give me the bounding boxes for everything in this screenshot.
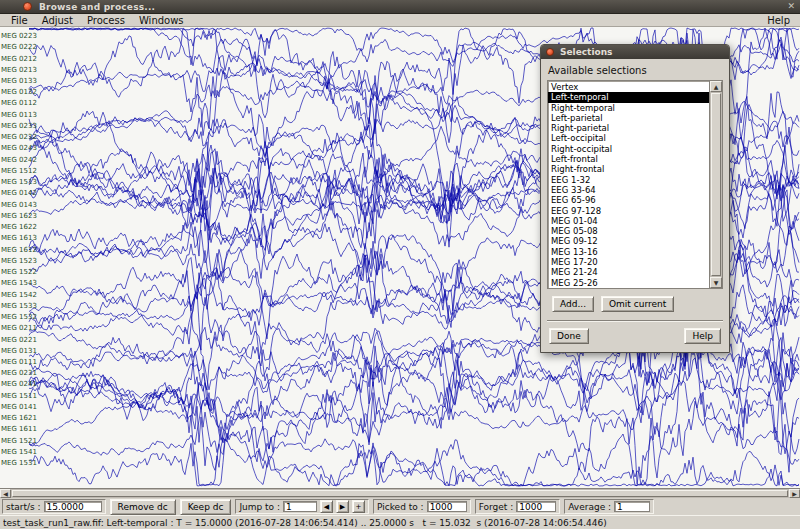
- channel-label: MEG 0142: [1, 189, 37, 197]
- scroll-left-icon[interactable]: ◀: [0, 489, 11, 498]
- start-input[interactable]: [44, 501, 102, 512]
- scrollbar-thumb[interactable]: [711, 93, 721, 276]
- forget-input[interactable]: [516, 501, 556, 512]
- channel-label: MEG 0221: [1, 336, 37, 344]
- channel-label: MEG 0231: [1, 369, 37, 377]
- add-button[interactable]: Add...: [552, 296, 594, 312]
- horizontal-scrollbar[interactable]: ◀ ▶: [0, 488, 800, 498]
- status-bar: test_task_run1_raw.fif: Left-temporal : …: [0, 515, 800, 529]
- menu-item-process[interactable]: Process: [80, 15, 132, 26]
- available-selections-label: Available selections: [548, 65, 723, 76]
- close-button-icon[interactable]: [23, 2, 32, 11]
- selection-item[interactable]: MEG 17-20: [548, 257, 709, 267]
- omit-current-button[interactable]: Omit current: [601, 296, 674, 312]
- selection-item[interactable]: Left-temporal: [548, 92, 709, 102]
- forget-label: Forget :: [479, 502, 514, 512]
- trace-area[interactable]: MEG 0223MEG 0222MEG 0212MEG 0213MEG 0133…: [0, 27, 800, 488]
- selection-item[interactable]: Left-frontal: [548, 154, 709, 164]
- menu-item-windows[interactable]: Windows: [132, 15, 191, 26]
- selection-item[interactable]: Right-frontal: [548, 164, 709, 174]
- listbox-scrollbar[interactable]: ▲ ▼: [709, 81, 722, 288]
- selection-item[interactable]: Right-parietal: [548, 123, 709, 133]
- channel-label: MEG 1541: [1, 448, 37, 456]
- channel-label: MEG 1612: [1, 246, 37, 254]
- scroll-down-icon[interactable]: ▼: [710, 277, 722, 288]
- menubar: FileAdjustProcessWindows Help: [0, 14, 800, 27]
- selection-item[interactable]: Left-parietal: [548, 113, 709, 123]
- keep-dc-button[interactable]: Keep dc: [180, 499, 232, 515]
- selection-item[interactable]: EEG 1-32: [548, 175, 709, 185]
- average-input[interactable]: [614, 501, 650, 512]
- selection-item[interactable]: MEG 25-26: [548, 278, 709, 288]
- jump-group: Jump to : ◀ ▶ +: [235, 499, 369, 514]
- selection-item[interactable]: MEG 13-16: [548, 247, 709, 257]
- selection-item[interactable]: MEG 05-08: [548, 226, 709, 236]
- channel-label: MEG 0111: [1, 358, 37, 366]
- menu-items: FileAdjustProcessWindows: [4, 15, 191, 26]
- menu-item-adjust[interactable]: Adjust: [35, 15, 80, 26]
- channel-label: MEG 1611: [1, 425, 37, 433]
- selection-item[interactable]: MEG 01-04: [548, 216, 709, 226]
- channel-label: MEG 1521: [1, 437, 37, 445]
- channel-label: MEG 0242: [1, 156, 37, 164]
- jump-next-button[interactable]: ▶: [336, 500, 349, 513]
- channel-label: MEG 0133: [1, 77, 37, 85]
- jump-prev-button[interactable]: ◀: [320, 500, 333, 513]
- help-button[interactable]: Help: [684, 328, 721, 344]
- channel-label: MEG 1511: [1, 392, 37, 400]
- menu-item-file[interactable]: File: [4, 15, 35, 26]
- selection-item[interactable]: Right-occipital: [548, 144, 709, 154]
- channel-label: MEG 1623: [1, 212, 37, 220]
- selection-item[interactable]: MEG 09-12: [548, 236, 709, 246]
- menu-item-help[interactable]: Help: [761, 15, 796, 26]
- selection-item[interactable]: Vertex: [548, 82, 709, 92]
- dialog-close-button-icon[interactable]: [546, 48, 554, 56]
- start-label: start/s :: [6, 502, 41, 512]
- selection-item[interactable]: EEG 33-64: [548, 185, 709, 195]
- forget-group: Forget :: [475, 499, 561, 514]
- channel-label: MEG 0143: [1, 201, 37, 209]
- picked-label: Picked to :: [377, 502, 424, 512]
- channel-label: MEG 1513: [1, 178, 37, 186]
- channel-label: MEG 0131: [1, 347, 37, 355]
- selection-item[interactable]: Left-occipital: [548, 133, 709, 143]
- jump-input[interactable]: [283, 501, 317, 512]
- channel-label: MEG 1542: [1, 291, 37, 299]
- dialog-bottom-row: Done Help: [547, 322, 723, 345]
- titlebar: Browse and process... ✕: [0, 0, 800, 14]
- channel-label: MEG 0241: [1, 380, 37, 388]
- channel-label: MEG 0112: [1, 99, 37, 107]
- close-x-icon[interactable]: ✕: [787, 2, 795, 11]
- done-button[interactable]: Done: [549, 328, 589, 344]
- picked-input[interactable]: [427, 501, 467, 512]
- average-group: Average :: [564, 499, 654, 514]
- selection-list: VertexLeft-temporalRight-temporalLeft-pa…: [548, 81, 709, 288]
- selection-item[interactable]: EEG 65-96: [548, 195, 709, 205]
- channel-label: MEG 1622: [1, 223, 37, 231]
- start-group: start/s :: [2, 499, 106, 514]
- status-text: test_task_run1_raw.fif: Left-temporal : …: [3, 518, 607, 528]
- channel-label: MEG 1533: [1, 302, 37, 310]
- hscrollbar-thumb[interactable]: [12, 490, 788, 497]
- channel-label: MEG 1532: [1, 313, 37, 321]
- channel-label: MEG 0113: [1, 111, 37, 119]
- selection-item[interactable]: Right-temporal: [548, 103, 709, 113]
- channel-label: MEG 0132: [1, 88, 37, 96]
- remove-dc-button[interactable]: Remove dc: [110, 499, 176, 515]
- channel-label: MEG 1543: [1, 279, 37, 287]
- channel-label: MEG 1613: [1, 234, 37, 242]
- selection-item[interactable]: EEG 97-128: [548, 206, 709, 216]
- channel-label: MEG 1523: [1, 257, 37, 265]
- channel-label: MEG 0233: [1, 122, 37, 130]
- channel-label: MEG 0211: [1, 324, 37, 332]
- jump-plus-button[interactable]: +: [352, 500, 365, 513]
- dialog-body: Available selections VertexLeft-temporal…: [541, 59, 729, 352]
- dialog-action-row: Add... Omit current: [552, 296, 723, 312]
- selection-item[interactable]: MEG 21-24: [548, 267, 709, 277]
- scroll-up-icon[interactable]: ▲: [710, 81, 722, 92]
- channel-label: MEG 0141: [1, 403, 37, 411]
- dialog-title: Selections: [560, 47, 612, 57]
- scroll-right-icon[interactable]: ▶: [789, 489, 800, 498]
- selections-dialog-titlebar[interactable]: Selections: [541, 45, 729, 59]
- selections-listbox: VertexLeft-temporalRight-temporalLeft-pa…: [547, 80, 723, 289]
